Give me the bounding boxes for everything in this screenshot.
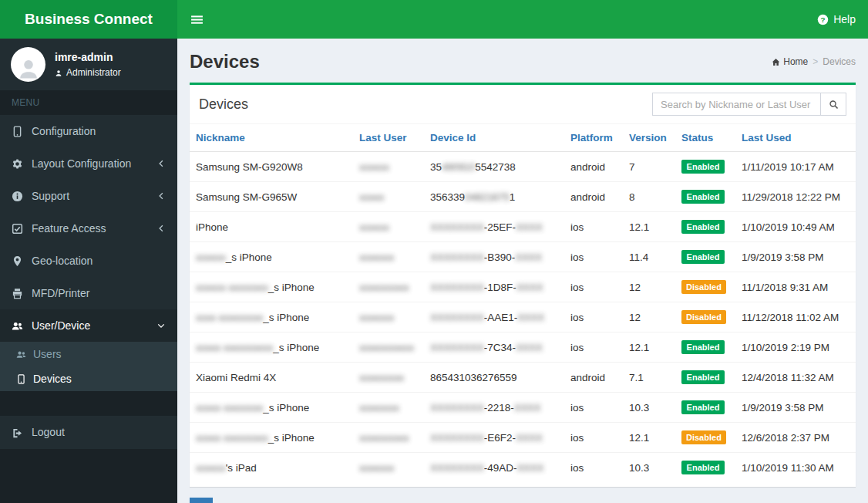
sidebar-item-support[interactable]: Support bbox=[0, 180, 177, 212]
status-badge: Disabled bbox=[681, 280, 726, 294]
cell-last-user: xxxxxxx bbox=[353, 302, 424, 333]
text: 865431036276559 bbox=[430, 372, 517, 383]
search-button[interactable] bbox=[820, 93, 846, 116]
column-header-nickname[interactable]: Nickname bbox=[190, 124, 353, 152]
user-role-label: Administrator bbox=[66, 67, 121, 78]
cell-version: 12 bbox=[623, 302, 675, 333]
cell-device-id: XXXXXXXX-B390-XXXX bbox=[424, 242, 564, 272]
cell-status: Enabled bbox=[675, 152, 735, 182]
menu-section-label: MENU bbox=[0, 90, 177, 115]
text: -AAE1- bbox=[484, 312, 518, 323]
text: ios bbox=[570, 312, 584, 323]
status-badge: Enabled bbox=[681, 220, 725, 234]
text: _s iPhone bbox=[268, 282, 315, 293]
redacted-text: XXXX bbox=[514, 402, 541, 414]
status-badge: Disabled bbox=[681, 310, 726, 324]
cell-device-id: XXXXXXXX-49AD-XXXX bbox=[424, 453, 564, 483]
sidebar-item-layout-configuration[interactable]: Layout Configuration bbox=[0, 147, 177, 180]
status-badge: Disabled bbox=[681, 430, 726, 444]
sidebar-subitem-users[interactable]: Users bbox=[0, 342, 177, 366]
text: 11/29/2018 12:22 PM bbox=[742, 191, 840, 203]
user-info: imre-admin Administrator bbox=[55, 51, 121, 78]
column-header-device-id[interactable]: Device Id bbox=[424, 124, 564, 152]
cell-nickname: xxxxx xxxxxxxxxx_s iPhone bbox=[190, 333, 353, 363]
text: 8 bbox=[629, 191, 635, 203]
sidebar-item-label: Feature Access bbox=[32, 222, 148, 235]
text: -1D8F- bbox=[484, 282, 516, 293]
redacted-text: XXXX bbox=[515, 252, 542, 263]
sidebar-item-configuration[interactable]: Configuration bbox=[0, 115, 177, 147]
redacted-text: xxxxxxx bbox=[359, 462, 394, 474]
cell-platform: android bbox=[564, 182, 623, 212]
column-header-status[interactable]: Status bbox=[675, 124, 735, 152]
brand-logo[interactable]: Business Connect bbox=[0, 0, 177, 39]
menu-icon bbox=[190, 13, 204, 26]
text: 10.3 bbox=[629, 402, 649, 414]
cell-nickname: xxxxx xxxxxxxxx_s iPhone bbox=[190, 423, 353, 453]
table-row: xxxxxx xxxxxxxx_s iPhonexxxxxxxxxxXXXXXX… bbox=[190, 272, 856, 302]
sidebar-toggle-button[interactable] bbox=[177, 0, 217, 39]
user-icon bbox=[16, 57, 41, 82]
info-circle-icon bbox=[12, 191, 23, 202]
printer-icon bbox=[12, 288, 23, 299]
cell-last-used: 1/9/2019 3:58 PM bbox=[735, 393, 856, 423]
text: -2218- bbox=[484, 402, 514, 414]
question-circle-icon: ? bbox=[817, 14, 829, 25]
redacted-text: xxxxxx bbox=[196, 252, 226, 263]
column-header-last-user[interactable]: Last User bbox=[353, 124, 424, 152]
cell-platform: ios bbox=[564, 423, 623, 453]
navbar: ? Help bbox=[177, 0, 868, 39]
devices-table-head-row: NicknameLast UserDevice IdPlatformVersio… bbox=[190, 124, 856, 152]
status-badge: Enabled bbox=[681, 250, 725, 264]
cell-nickname: xxxxxx_s iPhone bbox=[190, 242, 353, 272]
table-row: xxxxx xxxxxxxxxx_s iPhonexxxxxxxxxxxXXXX… bbox=[190, 333, 856, 363]
page-button-1[interactable]: 1 bbox=[190, 498, 213, 503]
text: -E6F2- bbox=[484, 432, 516, 444]
column-header-platform[interactable]: Platform bbox=[564, 124, 623, 152]
text: -7C34- bbox=[484, 342, 516, 353]
status-badge: Enabled bbox=[681, 160, 725, 174]
tablet-icon bbox=[12, 126, 23, 137]
cell-last-user: xxxxxxxx bbox=[353, 393, 424, 423]
cell-device-id: 356339048216751 bbox=[424, 182, 564, 212]
breadcrumb-home-label: Home bbox=[783, 56, 808, 67]
column-header-version[interactable]: Version bbox=[623, 124, 675, 152]
cell-last-used: 12/6/2018 2:37 PM bbox=[735, 423, 856, 453]
sidebar-item-feature-access[interactable]: Feature Access bbox=[0, 212, 177, 245]
cell-platform: ios bbox=[564, 453, 623, 483]
cell-last-user: xxxxx bbox=[353, 182, 424, 212]
cell-last-user: xxxxxxx bbox=[353, 242, 424, 272]
search-icon bbox=[829, 100, 839, 110]
text: 1 bbox=[510, 191, 516, 203]
cell-nickname: xxxxxx's iPad bbox=[190, 453, 353, 483]
cell-platform: ios bbox=[564, 242, 623, 272]
text: ios bbox=[570, 342, 584, 353]
sidebar-item-mfd-printer[interactable]: MFD/Printer bbox=[0, 277, 177, 309]
sidebar-item-user-device[interactable]: User/Device bbox=[0, 309, 177, 342]
sidebar-item-geo-location[interactable]: Geo-location bbox=[0, 245, 177, 277]
text: ios bbox=[570, 282, 584, 293]
sidebar-subitem-devices[interactable]: Devices bbox=[0, 366, 177, 391]
redacted-text: 490910 bbox=[442, 161, 475, 173]
cell-status: Disabled bbox=[675, 423, 735, 453]
search-input[interactable] bbox=[652, 93, 820, 116]
chevron-left-icon bbox=[156, 224, 166, 233]
breadcrumb-home[interactable]: Home bbox=[772, 56, 808, 67]
cell-last-used: 1/11/2019 10:17 AM bbox=[735, 152, 856, 182]
help-link[interactable]: ? Help bbox=[805, 0, 868, 39]
column-header-last-used[interactable]: Last Used bbox=[735, 124, 856, 152]
users-icon bbox=[12, 320, 23, 332]
text: Xiaomi Redmi 4X bbox=[196, 372, 276, 383]
cell-device-id: 354909105542738 bbox=[424, 152, 564, 182]
devices-panel-header: Devices bbox=[190, 85, 856, 124]
content-header: Devices Home > Devices bbox=[190, 51, 856, 73]
sidebar-item-logout[interactable]: Logout bbox=[0, 416, 177, 449]
redacted-text: xxxxxx bbox=[359, 161, 389, 173]
redacted-text: xxxx xxxxxxxxx bbox=[196, 312, 263, 323]
redacted-text: XXXX bbox=[516, 432, 543, 444]
cell-last-used: 12/4/2018 11:32 AM bbox=[735, 363, 856, 393]
cell-platform: ios bbox=[564, 302, 623, 333]
status-badge: Enabled bbox=[681, 400, 725, 414]
redacted-text: xxxxxx xxxxxxxx bbox=[196, 282, 268, 293]
user-icon bbox=[55, 69, 62, 77]
